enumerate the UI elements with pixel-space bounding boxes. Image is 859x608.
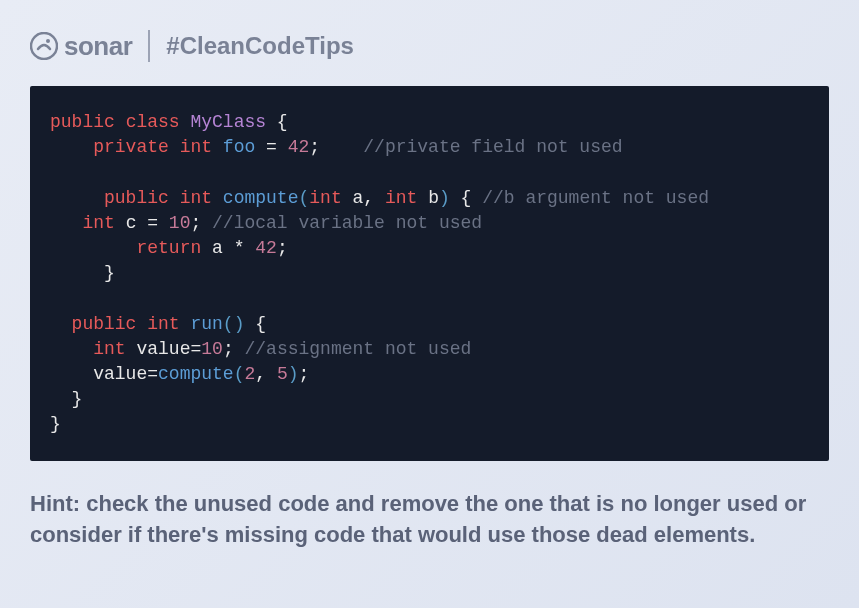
sonar-icon [30,32,58,60]
code-snippet: public class MyClass { private int foo =… [30,86,829,461]
code-line: public class MyClass { [50,110,809,135]
code-line: private int foo = 42; //private field no… [50,135,809,160]
header: sonar #CleanCodeTips [30,30,829,62]
brand-logo: sonar [30,31,132,62]
header-divider [148,30,150,62]
code-line [50,286,809,311]
code-line: public int run() { [50,312,809,337]
code-line [50,160,809,185]
code-line: } [50,412,809,437]
hashtag-label: #CleanCodeTips [166,32,354,60]
code-line: return a * 42; [50,236,809,261]
code-line: } [50,261,809,286]
code-line: int c = 10; //local variable not used [50,211,809,236]
code-line: } [50,387,809,412]
brand-name: sonar [64,31,132,62]
code-line: public int compute(int a, int b) { //b a… [50,186,809,211]
code-line: int value=10; //assignment not used [50,337,809,362]
hint-text: Hint: check the unused code and remove t… [30,489,829,551]
svg-point-1 [46,39,50,43]
code-line: value=compute(2, 5); [50,362,809,387]
